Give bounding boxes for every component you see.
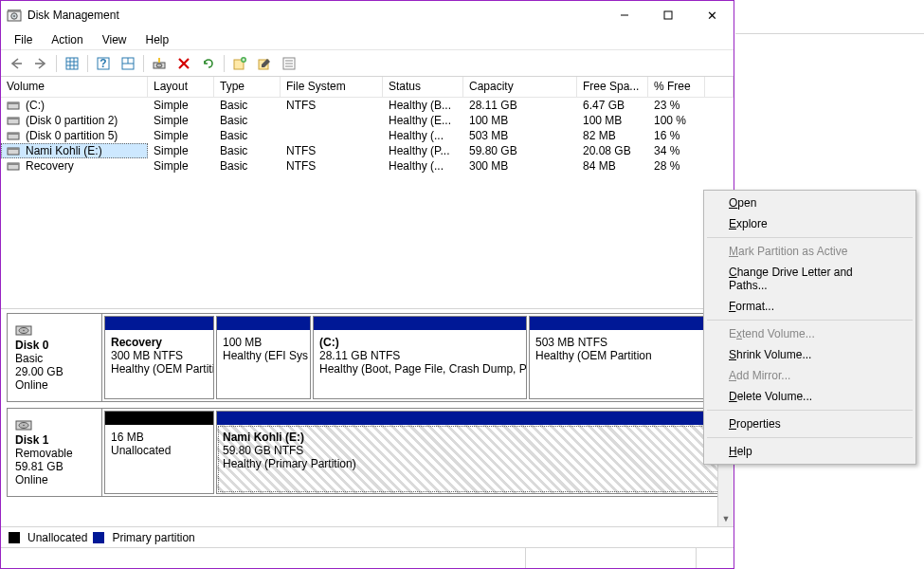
titlebar[interactable]: Disk Management ✕: [1, 1, 734, 29]
volume-fs: NTFS: [281, 99, 383, 112]
disk-icon-button[interactable]: [148, 53, 171, 74]
new-partition-button[interactable]: [228, 53, 251, 74]
partition-line3: Healthy (Primary Partition): [223, 457, 718, 470]
col-capacity[interactable]: Capacity: [463, 77, 577, 98]
partition-body: 16 MBUnallocated: [105, 425, 213, 493]
partition[interactable]: Nami Kohli (E:)59.80 GB NTFSHealthy (Pri…: [216, 411, 725, 494]
delete-icon-button[interactable]: [172, 53, 195, 74]
volume-pct: 28 %: [648, 159, 705, 173]
volume-status: Healthy (P...: [383, 144, 463, 157]
partition-colorbar: [530, 317, 724, 330]
menu-help[interactable]: Help: [138, 31, 177, 48]
partition-line3: Healthy (Boot, Page File, Crash Dump, P: [319, 362, 520, 376]
menu-separator: [707, 320, 913, 321]
volume-type: Basic: [214, 129, 281, 142]
menu-item: Mark Partition as Active: [706, 241, 914, 262]
partition-line3: Healthy (OEM Partiti: [111, 362, 208, 376]
menu-item[interactable]: Change Drive Letter and Paths...: [706, 262, 914, 296]
partition-line2: 100 MB: [223, 336, 304, 349]
col-type[interactable]: Type: [214, 77, 281, 98]
svg-point-2: [13, 15, 15, 17]
disk-partitions: Recovery300 MB NTFSHealthy (OEM Partiti1…: [102, 314, 727, 401]
menu-item[interactable]: Shrink Volume...: [706, 344, 914, 365]
volume-free: 82 MB: [577, 129, 648, 142]
close-button[interactable]: ✕: [690, 1, 734, 29]
col-layout[interactable]: Layout: [148, 77, 214, 98]
partition-body: 100 MBHealthy (EFI Sys: [217, 330, 310, 398]
partition-colorbar: [217, 317, 310, 330]
volume-layout: Simple: [148, 99, 214, 112]
toolbar: ?: [1, 50, 734, 77]
volume-name: (C:): [26, 99, 45, 112]
svg-point-41: [23, 425, 25, 427]
disk-header[interactable]: Disk 1Removable59.81 GBOnline: [8, 409, 102, 496]
volume-layout: Simple: [148, 144, 214, 157]
volume-free: 84 MB: [577, 159, 648, 173]
partition[interactable]: Recovery300 MB NTFSHealthy (OEM Partiti: [104, 316, 214, 399]
menu-item[interactable]: Properties: [706, 413, 914, 434]
volume-row[interactable]: (C:)SimpleBasicNTFSHealthy (B...28.11 GB…: [1, 98, 734, 113]
menu-separator: [707, 410, 913, 411]
svg-rect-27: [8, 102, 19, 104]
volume-name: (Disk 0 partition 5): [26, 129, 118, 142]
svg-rect-6: [66, 58, 78, 69]
partition-line2: 16 MB: [111, 431, 208, 444]
scroll-down-button[interactable]: ▼: [718, 510, 734, 526]
svg-rect-3: [8, 9, 21, 11]
volume-name: Recovery: [26, 159, 74, 173]
volume-row[interactable]: RecoverySimpleBasicNTFSHealthy (...300 M…: [1, 158, 734, 174]
inactive-panel: [735, 0, 924, 34]
toolbar-separator: [143, 55, 144, 72]
volume-capacity: 300 MB: [463, 159, 577, 173]
help-icon-button[interactable]: ?: [92, 53, 115, 74]
menu-action[interactable]: Action: [44, 31, 90, 48]
volume-row[interactable]: (Disk 0 partition 2)SimpleBasicHealthy (…: [1, 113, 734, 128]
volume-list-pane: Volume Layout Type File System Status Ca…: [1, 77, 734, 309]
toolbar-separator: [87, 55, 88, 72]
svg-rect-29: [8, 118, 19, 119]
menu-item[interactable]: Explore: [706, 213, 914, 234]
volume-row[interactable]: Nami Kohli (E:)SimpleBasicNTFSHealthy (P…: [1, 143, 734, 158]
properties-button[interactable]: [278, 53, 300, 74]
svg-point-38: [23, 330, 25, 332]
col-volume[interactable]: Volume: [1, 77, 148, 98]
col-filesystem[interactable]: File System: [281, 77, 383, 98]
minimize-button[interactable]: [603, 1, 646, 29]
volume-free: 6.47 GB: [577, 99, 648, 112]
menu-view[interactable]: View: [95, 31, 135, 48]
col-status[interactable]: Status: [383, 77, 463, 98]
menu-item[interactable]: Open: [706, 193, 914, 213]
col-pctfree[interactable]: % Free: [648, 77, 705, 98]
partition[interactable]: 100 MBHealthy (EFI Sys: [216, 316, 311, 399]
toolbar-separator: [224, 55, 225, 72]
menu-item[interactable]: Delete Volume...: [706, 386, 914, 407]
wizard-button[interactable]: [253, 53, 276, 74]
partition-colorbar: [105, 317, 213, 330]
volume-status: Healthy (...: [383, 129, 463, 142]
partition-line3: Healthy (OEM Partition: [535, 349, 718, 362]
refresh-icon-button[interactable]: [197, 53, 220, 74]
disk-status: Online: [15, 473, 94, 486]
forward-button[interactable]: [29, 53, 52, 74]
volume-capacity: 59.80 GB: [463, 144, 577, 157]
menu-item: Extend Volume...: [706, 323, 914, 344]
volume-layout: Simple: [148, 129, 214, 142]
volume-capacity: 28.11 GB: [463, 99, 577, 112]
partition[interactable]: 16 MBUnallocated: [104, 411, 214, 494]
partition-body: Recovery300 MB NTFSHealthy (OEM Partiti: [105, 330, 213, 398]
disk-icon: [15, 418, 32, 431]
grid-view-button[interactable]: [61, 53, 83, 74]
menu-item[interactable]: Format...: [706, 296, 914, 317]
col-freespace[interactable]: Free Spa...: [577, 77, 648, 98]
disk-header[interactable]: Disk 0Basic29.00 GBOnline: [8, 314, 102, 401]
maximize-button[interactable]: [646, 1, 690, 29]
partition[interactable]: 503 MB NTFSHealthy (OEM Partition: [529, 316, 725, 399]
partition[interactable]: (C:)28.11 GB NTFSHealthy (Boot, Page Fil…: [313, 316, 527, 399]
volume-capacity: 503 MB: [463, 129, 577, 142]
layout-button[interactable]: [117, 53, 139, 74]
volume-type: Basic: [214, 144, 281, 157]
volume-row[interactable]: (Disk 0 partition 5)SimpleBasicHealthy (…: [1, 128, 734, 143]
back-button[interactable]: [5, 53, 27, 74]
menu-file[interactable]: File: [7, 31, 40, 48]
menu-item[interactable]: Help: [706, 441, 914, 462]
